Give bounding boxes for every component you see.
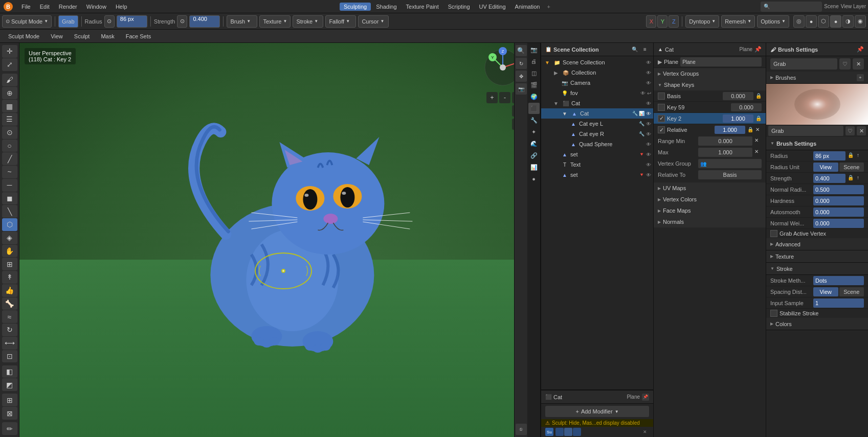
tool-cursor[interactable]: ✛ <box>2 45 17 58</box>
tool-scrape[interactable]: ╲ <box>2 205 17 218</box>
tool-rotate[interactable]: ↻ <box>2 324 17 336</box>
plane-dropdown[interactable]: Plane <box>680 57 762 66</box>
tool-blob[interactable]: ○ <box>2 140 17 152</box>
outliner-menu-btn[interactable]: ≡ <box>641 45 649 54</box>
tree-camera[interactable]: 📷 Camera 👁 <box>541 78 653 88</box>
tree-fov[interactable]: 💡 fov 👁 ↩ <box>541 88 653 98</box>
prop-icon-data[interactable]: 📊 <box>528 162 540 173</box>
tool-grab[interactable]: ✋ <box>2 245 17 258</box>
tool-mask[interactable]: ◧ <box>2 365 17 378</box>
prop-icon-constraints[interactable]: 🔗 <box>528 150 540 161</box>
tab-shading[interactable]: Shading <box>372 3 400 11</box>
text-eye[interactable]: 👁 <box>646 162 651 168</box>
overlay-toggle[interactable]: ◎ <box>793 15 805 28</box>
tool-layer[interactable]: ☰ <box>2 113 17 126</box>
tree-scene-collection[interactable]: ▼ 📁 Scene Collection 👁 <box>541 57 653 67</box>
tab-texture-paint[interactable]: Texture Paint <box>402 3 443 11</box>
tool-snake-hook[interactable]: ↟ <box>2 271 17 284</box>
radius-extra[interactable]: ↑ <box>857 152 864 159</box>
radius-toggle[interactable]: ⊙ <box>104 15 115 28</box>
normal-radius-value[interactable]: 0.500 <box>813 185 864 194</box>
tool-draw[interactable]: 🖌 <box>2 74 17 86</box>
brush-dropdown[interactable]: Brush ▼ <box>227 15 257 28</box>
subdiv-close-btn[interactable]: ✕ <box>641 428 649 436</box>
tool-transform-view[interactable]: ⊞ <box>2 394 17 406</box>
brush-bar-fav[interactable]: ♡ <box>845 126 855 135</box>
menu-window[interactable]: Window <box>82 3 110 11</box>
nav-orbit[interactable]: ↻ <box>516 58 527 69</box>
nav-zoom[interactable]: 🔍 <box>516 45 527 56</box>
spacing-dist-scene[interactable]: Scene <box>839 287 864 296</box>
tool-pose[interactable]: 🦴 <box>2 297 17 310</box>
stroke-method-value[interactable]: Dots <box>813 276 864 285</box>
tree-cat-eye-l[interactable]: ▲ Cat eye L 🔧 👁 <box>541 119 653 129</box>
vertex-groups-toggle[interactable]: ▶ Vertex Groups <box>654 68 766 79</box>
nav-pan[interactable]: ✥ <box>516 71 527 82</box>
tool-slide-relax[interactable]: ⟷ <box>2 337 17 350</box>
tree-set-2[interactable]: ▲ set 🔻 👁 <box>541 170 653 180</box>
sub-sculpt-mode[interactable]: Sculpt Mode <box>4 32 43 40</box>
brushes-section-toggle[interactable]: ▶ Brushes + <box>766 72 868 84</box>
tree-cat-selected[interactable]: ▼ ▲ Cat 🔧 📊 👁 <box>541 108 653 119</box>
strength-toggle[interactable]: ⊙ <box>177 15 187 28</box>
set-2-eye[interactable]: 👁 <box>646 172 651 178</box>
menu-help[interactable]: Help <box>112 3 131 11</box>
strength-extra[interactable]: ↑ <box>857 175 864 182</box>
zoom-out-btn[interactable]: - <box>499 92 510 103</box>
radius-prop-value[interactable]: 86 px <box>813 151 845 160</box>
outliner-filter-btn[interactable]: 🔍 <box>631 45 639 54</box>
advanced-toggle[interactable]: ▶ Advanced <box>766 238 868 250</box>
spacing-dist-view[interactable]: View <box>813 287 838 296</box>
subdiv-render-btn[interactable] <box>564 428 572 436</box>
falloff-dropdown[interactable]: Falloff ▼ <box>325 15 356 28</box>
tool-boundary[interactable]: ⊡ <box>2 350 17 363</box>
grab-active-checkbox[interactable] <box>770 230 777 237</box>
prop-icon-particles[interactable]: ✦ <box>528 126 540 137</box>
tool-inflate[interactable]: ⊙ <box>2 126 17 139</box>
cat-parent-eye[interactable]: 👁 <box>646 101 651 106</box>
quad-sphere-eye[interactable]: 👁 <box>646 142 651 147</box>
search-bar[interactable]: 🔍 <box>761 2 822 12</box>
eye-l-eye[interactable]: 👁 <box>646 121 651 127</box>
set-eye[interactable]: 👁 <box>646 152 651 157</box>
sub-sculpt[interactable]: Sculpt <box>70 32 94 40</box>
z-axis-btn[interactable]: Z <box>669 15 679 28</box>
tool-name[interactable]: Grab <box>58 15 78 28</box>
brushes-plus-btn[interactable]: + <box>857 74 864 81</box>
prop-icon-material[interactable]: ● <box>528 173 540 185</box>
subdiv-realtime-btn[interactable] <box>555 428 564 436</box>
stroke-toggle[interactable]: ▼ Stroke <box>766 263 868 275</box>
shading-toggle[interactable]: ● <box>806 15 817 28</box>
brush-close-btn[interactable]: ✕ <box>853 58 864 70</box>
tool-clay[interactable]: ⊕ <box>2 87 17 100</box>
brush-name-input[interactable]: Grab <box>770 58 837 70</box>
strength-input[interactable]: 0.400 <box>189 15 220 28</box>
tool-smooth[interactable]: ~ <box>2 166 17 178</box>
vertex-colors-toggle[interactable]: ▶ Vertex Colors <box>654 194 766 205</box>
tree-quad-sphere[interactable]: ▲ Quad Sphere 👁 <box>541 139 653 149</box>
options-dropdown[interactable]: Options ▼ <box>757 15 789 28</box>
tree-cat-parent[interactable]: ▼ ⬛ Cat 👁 <box>541 98 653 108</box>
tool-multiplane-scrape[interactable]: ⬡ <box>2 218 17 231</box>
camera-eye[interactable]: 👁 <box>646 80 651 86</box>
shape-keys-toggle[interactable]: ▼ Shape Keys <box>654 79 766 90</box>
relative-close-btn[interactable]: ✕ <box>755 127 762 133</box>
remesh-dropdown[interactable]: Remesh ▼ <box>721 15 755 28</box>
render-btn[interactable]: ◉ <box>855 15 866 28</box>
radius-unit-view[interactable]: View <box>813 163 838 172</box>
range-min-btn[interactable]: ✕ <box>754 137 762 145</box>
prop-icon-object[interactable]: ⬛ <box>528 103 540 114</box>
tool-nudge[interactable]: ≈ <box>2 310 17 323</box>
viewport-3d[interactable]: User Perspective (118) Cat : Key 2 <box>19 43 527 437</box>
tool-elastic[interactable]: ⊞ <box>2 258 17 270</box>
shape-key-59[interactable]: Key 59 0.000 <box>654 102 766 113</box>
tab-sculpting[interactable]: Sculpting <box>340 3 371 11</box>
x-axis-btn[interactable]: X <box>646 15 656 28</box>
mod-pin-btn[interactable]: 📌 <box>642 394 649 401</box>
prop-icon-output[interactable]: 🖨 <box>528 56 540 67</box>
prop-icon-world[interactable]: 🌍 <box>528 91 540 102</box>
tab-add[interactable]: + <box>545 3 552 11</box>
tool-face-sets-paint[interactable]: ◩ <box>2 378 17 391</box>
tree-set-1[interactable]: ▲ set 🔻 👁 <box>541 149 653 159</box>
tool-flatten[interactable]: ─ <box>2 179 17 192</box>
